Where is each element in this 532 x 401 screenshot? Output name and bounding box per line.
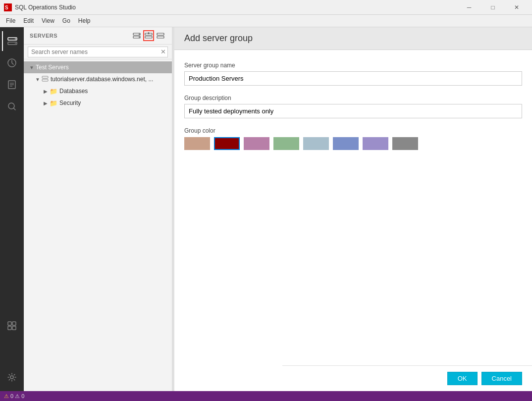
tree-item-test-servers[interactable]: ▼ Test Servers — [24, 61, 172, 73]
chevron-down-icon: ▼ — [34, 77, 42, 82]
search-bar: ✕ — [24, 45, 172, 59]
activity-bar — [0, 27, 24, 391]
collapse-all-button[interactable] — [155, 30, 166, 41]
error-icon: ⚠ — [15, 393, 20, 400]
svg-rect-27 — [157, 36, 164, 38]
status-warnings: ⚠ 0 ⚠ 0 — [4, 393, 24, 400]
minimize-button[interactable]: ─ — [458, 0, 480, 15]
svg-rect-23 — [145, 36, 152, 38]
extensions-icon[interactable] — [2, 316, 22, 336]
color-swatch-6[interactable] — [363, 137, 388, 150]
error-count: 0 — [21, 393, 24, 399]
ok-button[interactable]: OK — [447, 372, 478, 385]
search-input[interactable] — [28, 47, 168, 57]
svg-rect-29 — [42, 79, 48, 81]
menu-view[interactable]: View — [38, 16, 58, 25]
svg-rect-15 — [8, 326, 11, 330]
group-description-group: Group description — [184, 95, 522, 118]
group-color-group: Group color — [184, 127, 522, 150]
sidebar-title: SERVERS — [30, 33, 57, 39]
folder-icon: 📁 — [50, 88, 57, 95]
svg-rect-26 — [157, 33, 164, 35]
new-connection-button[interactable] — [131, 30, 142, 41]
status-bar: ⚠ 0 ⚠ 0 — [0, 391, 532, 401]
svg-rect-13 — [8, 322, 11, 325]
main-panel: Add server group Server group name Group… — [174, 27, 532, 391]
app-title: SQL Operations Studio — [15, 4, 458, 11]
tree-label-security: Security — [59, 100, 81, 106]
group-description-label: Group description — [184, 95, 522, 101]
color-swatch-3[interactable] — [273, 137, 299, 150]
app-icon: S — [4, 3, 12, 11]
group-color-label: Group color — [184, 127, 522, 134]
menu-edit[interactable]: Edit — [19, 16, 38, 25]
warning-count: 0 — [10, 393, 13, 399]
menu-file[interactable]: File — [2, 16, 19, 25]
tree-item-security[interactable]: ▶ 📁 Security — [24, 97, 172, 109]
title-bar: S SQL Operations Studio ─ □ ✕ — [0, 0, 532, 15]
server-icon — [42, 75, 49, 84]
maximize-button[interactable]: □ — [481, 0, 504, 15]
chevron-right-icon: ▶ — [42, 100, 50, 106]
cancel-button[interactable]: Cancel — [481, 372, 522, 385]
menu-help[interactable]: Help — [74, 16, 95, 25]
dialog-footer: OK Cancel — [282, 365, 532, 391]
add-server-group-button[interactable] — [143, 30, 154, 41]
color-swatch-0[interactable] — [184, 137, 210, 150]
history-icon[interactable] — [2, 53, 22, 73]
server-group-name-group: Server group name — [184, 62, 522, 86]
svg-point-4 — [15, 39, 16, 40]
servers-icon[interactable] — [2, 31, 22, 51]
color-swatch-7[interactable] — [392, 137, 418, 150]
search-icon[interactable] — [2, 97, 22, 116]
group-description-input[interactable] — [184, 104, 522, 118]
color-swatch-1[interactable] — [214, 137, 240, 150]
server-group-name-input[interactable] — [184, 71, 522, 86]
tree-container: ▼ Test Servers ▼ tutorialserver.database… — [24, 59, 172, 391]
tree-item-databases[interactable]: ▶ 📁 Databases — [24, 85, 172, 97]
svg-point-17 — [10, 376, 13, 379]
menu-go[interactable]: Go — [58, 16, 74, 25]
color-swatch-2[interactable] — [244, 137, 269, 150]
chevron-right-icon: ▶ — [42, 89, 50, 94]
tree-item-server1[interactable]: ▼ tutorialserver.database.windows.net, .… — [24, 73, 172, 85]
dialog-body: Server group name Group description Grou… — [174, 50, 532, 391]
svg-rect-16 — [12, 326, 16, 330]
tree-label-databases: Databases — [59, 88, 88, 95]
svg-line-12 — [14, 108, 16, 110]
svg-point-5 — [15, 43, 16, 44]
menu-bar: File Edit View Go Help — [0, 15, 532, 27]
settings-icon[interactable] — [2, 367, 22, 387]
svg-text:S: S — [5, 5, 8, 10]
window-controls: ─ □ ✕ — [458, 0, 528, 15]
dialog-header: Add server group — [174, 27, 532, 50]
color-swatches — [184, 137, 522, 150]
new-query-icon[interactable] — [2, 75, 22, 95]
tree-label-server1: tutorialserver.database.windows.net, ... — [51, 76, 153, 83]
server-group-name-label: Server group name — [184, 62, 522, 69]
dialog-title: Add server group — [184, 33, 253, 43]
tree-label-test-servers: Test Servers — [36, 64, 69, 71]
close-button[interactable]: ✕ — [505, 0, 528, 15]
search-clear-button[interactable]: ✕ — [160, 48, 166, 55]
color-swatch-5[interactable] — [333, 137, 359, 150]
svg-rect-14 — [12, 322, 16, 325]
folder-icon: 📁 — [50, 100, 57, 107]
svg-rect-28 — [42, 76, 48, 78]
chevron-down-icon: ▼ — [28, 65, 36, 70]
sidebar: SERVERS — [24, 27, 172, 391]
app-body: SERVERS — [0, 27, 532, 391]
svg-point-21 — [139, 37, 140, 38]
warning-icon: ⚠ — [4, 393, 9, 400]
svg-point-20 — [139, 34, 140, 35]
sidebar-header: SERVERS — [24, 27, 172, 45]
color-swatch-4[interactable] — [303, 137, 329, 150]
sidebar-actions — [131, 30, 166, 41]
